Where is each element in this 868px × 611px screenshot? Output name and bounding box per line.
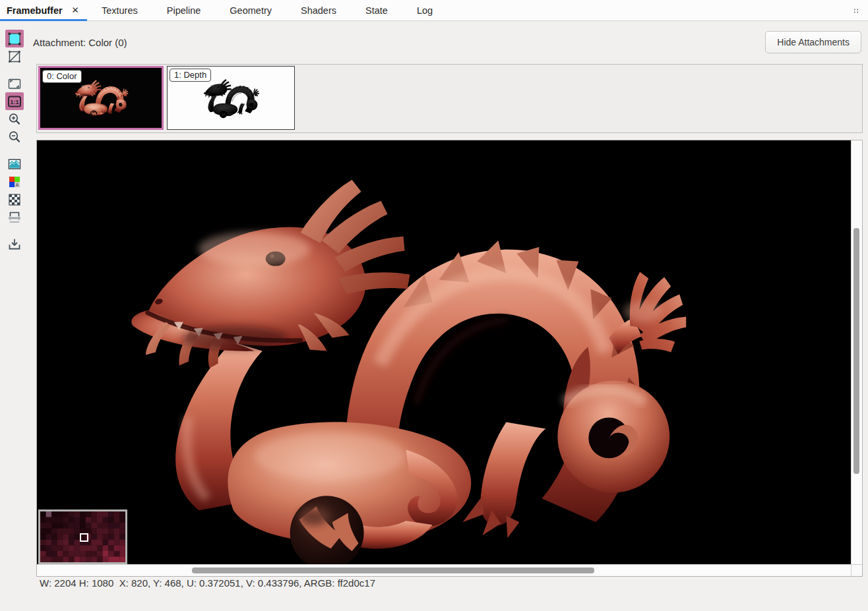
- fullscreen-button[interactable]: [850, 5, 862, 16]
- rgba-channels-icon[interactable]: A: [5, 173, 24, 190]
- zoom-1-1-icon[interactable]: 1:1: [5, 92, 24, 110]
- attachment-label: Attachment: Color (0): [33, 37, 127, 48]
- fit-to-window-icon[interactable]: [5, 74, 24, 92]
- close-tab-icon[interactable]: ✕: [72, 6, 79, 15]
- tab-label: Pipeline: [167, 5, 201, 16]
- tab-framebuffer[interactable]: Framebuffer✕: [0, 0, 87, 20]
- attachment-thumb-depth[interactable]: 1: Depth: [167, 66, 295, 130]
- alpha-letter-text: A: [16, 183, 19, 187]
- tab-label: Geometry: [230, 5, 272, 16]
- alpha-checkerboard-icon[interactable]: [5, 190, 24, 208]
- tab-bar: Framebuffer✕TexturesPipelineGeometryShad…: [0, 0, 868, 21]
- viewer-toolbar: 1:1: [5, 30, 24, 253]
- zoom-ratio-text: 1:1: [10, 98, 19, 105]
- tab-textures[interactable]: Textures: [87, 0, 152, 20]
- zoom-in-icon[interactable]: [5, 110, 24, 128]
- image-icon[interactable]: [5, 155, 24, 173]
- attachments-strip: 0: Color1: Depth: [36, 64, 863, 133]
- tab-label: Framebuffer: [7, 5, 63, 16]
- tab-shaders[interactable]: Shaders: [286, 0, 351, 20]
- attachment-thumb-color[interactable]: 0: Color: [38, 66, 164, 130]
- tab-log[interactable]: Log: [402, 0, 447, 20]
- background-color-icon[interactable]: [5, 30, 24, 47]
- tab-geometry[interactable]: Geometry: [215, 0, 286, 20]
- tab-pipeline[interactable]: Pipeline: [152, 0, 216, 20]
- picked-pixel-marker: [80, 533, 88, 542]
- tab-label: State: [365, 5, 388, 16]
- texture-viewer: [36, 140, 863, 577]
- save-image-icon[interactable]: [5, 235, 24, 253]
- tab-label: Log: [417, 5, 433, 16]
- horizontal-scrollbar[interactable]: [37, 564, 851, 576]
- vertical-scrollbar[interactable]: [851, 140, 862, 564]
- attachment-badge: 1: Depth: [170, 69, 211, 82]
- framebuffer-image: [37, 140, 851, 564]
- pixel-info-status: W: 2204 H: 1080 X: 820, Y: 468, U: 0.372…: [40, 577, 375, 589]
- scrollbar-corner: [851, 564, 862, 576]
- background-transparent-icon[interactable]: [5, 47, 24, 65]
- tab-label: Shaders: [301, 5, 336, 16]
- framebuffer-viewer-window: Framebuffer✕TexturesPipelineGeometryShad…: [0, 0, 868, 611]
- texture-image-view[interactable]: [37, 140, 851, 564]
- pixel-magnifier: [38, 509, 127, 564]
- tab-state[interactable]: State: [351, 0, 402, 20]
- horizontal-scrollbar-thumb[interactable]: [192, 567, 594, 573]
- tab-label: Textures: [102, 5, 138, 16]
- hide-attachments-button[interactable]: Hide Attachments: [765, 31, 861, 53]
- fullscreen-corners-icon: [854, 5, 858, 16]
- attachment-badge: 0: Color: [42, 70, 82, 83]
- vertical-scrollbar-thumb[interactable]: [853, 228, 859, 474]
- flip-vertical-icon[interactable]: [5, 208, 24, 226]
- zoom-out-icon[interactable]: [5, 128, 24, 146]
